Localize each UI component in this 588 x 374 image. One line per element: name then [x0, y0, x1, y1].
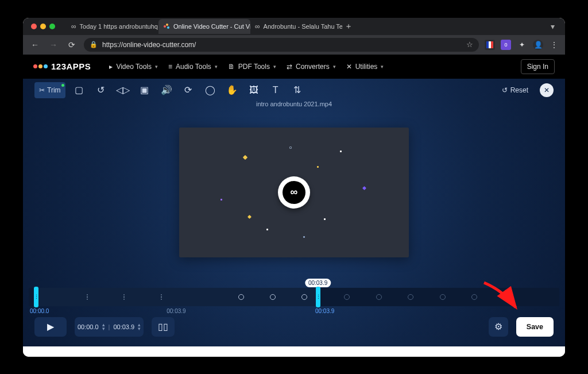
tool-volume[interactable]: 🔊 [158, 82, 175, 98]
browser-tab-1[interactable]: Online Video Cutter - Cut Vid… × [158, 19, 250, 34]
tool-text[interactable]: T [268, 82, 284, 98]
tool-speed[interactable]: ⟳ [180, 82, 196, 98]
extensions-puzzle-icon[interactable]: ✦ [517, 40, 527, 50]
extensions-area: 0 ✦ 👤 ⋮ [485, 40, 559, 50]
frame-thumb [440, 294, 446, 300]
app-brand: 123APPS [51, 61, 91, 71]
video-icon: ▸ [109, 63, 113, 71]
svg-point-0 [164, 25, 166, 28]
play-button[interactable]: ▶ [34, 317, 67, 337]
close-icon: ✕ [544, 86, 550, 94]
scissors-icon: ✂ [39, 86, 45, 94]
app-logo[interactable]: 123APPS [33, 61, 91, 71]
nav-back-button[interactable]: ← [29, 40, 41, 49]
bookmark-star-icon[interactable]: ☆ [466, 40, 473, 49]
svg-rect-4 [489, 41, 491, 48]
audio-icon: ≡ [168, 63, 172, 71]
tool-crop[interactable]: ▢ [71, 82, 87, 98]
tool-trim[interactable]: ✂ Trim [34, 82, 65, 98]
split-button[interactable]: ▯▯ [152, 317, 175, 337]
frame-thumb [504, 294, 509, 300]
flip-icon: ◁▷ [116, 84, 130, 95]
play-icon: ▶ [47, 321, 54, 332]
hand-icon: ✋ [226, 84, 238, 95]
browser-tab-0[interactable]: ∞ Today 1 https androbuntuhq w… × [67, 19, 158, 34]
address-bar[interactable]: 🔒 https://online-video-cutter.com/ ☆ [84, 38, 479, 52]
frame-thumb [270, 294, 276, 300]
video-center-logo: ∞ [278, 176, 310, 209]
convert-icon: ⇄ [287, 63, 292, 71]
in-time: 00:00.0 [78, 323, 99, 330]
out-stepper[interactable]: ▴▾ [138, 323, 141, 331]
speed-icon: ⟳ [184, 84, 192, 95]
menu-video-tools[interactable]: ▸ Video Tools▾ [109, 63, 158, 71]
frame-thumb [408, 294, 413, 300]
window-zoom-button[interactable] [49, 24, 55, 29]
app-header: 123APPS ▸ Video Tools▾ ≡ Audio Tools▾ 🗎 … [23, 55, 565, 79]
infinity-icon: ∞ [71, 22, 76, 30]
url-text: https://online-video-cutter.com/ [102, 41, 196, 49]
frame-thumb [376, 294, 382, 300]
window-close-button[interactable] [31, 24, 37, 29]
extension-badge-icon[interactable]: 0 [501, 40, 511, 50]
frame-marker [161, 294, 162, 299]
nav-reload-button[interactable]: ⟳ [65, 40, 78, 49]
tick-end: 00:03.9 [315, 308, 334, 314]
tool-resize[interactable]: ▣ [137, 82, 153, 98]
lock-icon: 🔒 [90, 41, 98, 48]
video-preview[interactable]: ∞ [179, 128, 409, 257]
browser-menu-icon[interactable]: ⋮ [549, 40, 559, 50]
text-icon: T [273, 85, 278, 95]
image-icon: 🖼 [249, 85, 258, 95]
frame-marker [123, 294, 125, 299]
out-time: 00:03.9 [113, 323, 134, 330]
menu-converters[interactable]: ⇄ Converters▾ [287, 63, 336, 71]
crop-icon: ▢ [75, 84, 83, 95]
tool-rotate[interactable]: ↺ [93, 82, 109, 98]
in-stepper[interactable]: ▴▾ [102, 323, 105, 331]
extension-flag-icon[interactable] [485, 40, 495, 50]
trim-handle-right[interactable] [316, 287, 320, 307]
app-menus: ▸ Video Tools▾ ≡ Audio Tools▾ 🗎 PDF Tool… [109, 63, 384, 71]
tab-overflow-button[interactable]: ▾ [545, 22, 560, 31]
active-indicator-dot [61, 84, 64, 87]
browser-tabs: ∞ Today 1 https androbuntuhq w… × Online… [67, 19, 355, 34]
svg-point-2 [167, 26, 169, 29]
svg-point-1 [166, 24, 168, 26]
bottom-controls: ▶ 00:00.0 ▴▾ | 00:03.9 ▴▾ ▯▯ ⚙ Save [23, 314, 565, 346]
traffic-lights [28, 24, 59, 29]
tool-image[interactable]: 🖼 [246, 82, 262, 98]
trim-handle-left[interactable] [34, 287, 38, 307]
save-button[interactable]: Save [516, 317, 554, 337]
merge-icon: ⇅ [293, 84, 301, 95]
logo-dots-icon [33, 64, 48, 68]
pdf-icon: 🗎 [228, 63, 235, 71]
tool-loop[interactable]: ◯ [202, 82, 218, 98]
timeline: 00:03.9 00:00.0 00:03 [23, 276, 565, 314]
tab-title: Today 1 https androbuntuhq w… [80, 23, 158, 30]
tab-title: Online Video Cutter - Cut Vid… [173, 23, 250, 30]
browser-tab-2[interactable]: ∞ Androbuntu - Selalu Tahu Tek… × [250, 19, 342, 34]
window-minimize-button[interactable] [40, 24, 46, 29]
tool-flip[interactable]: ◁▷ [115, 82, 131, 98]
menu-audio-tools[interactable]: ≡ Audio Tools▾ [168, 63, 218, 71]
selection-range [34, 288, 320, 306]
wrench-icon: ✕ [346, 63, 352, 71]
gear-icon: ⚙ [494, 321, 502, 332]
editor-area: ✂ Trim ▢ ↺ ◁▷ ▣ 🔊 ⟳ ◯ ✋ 🖼 T ⇅ ↺ Reset ✕ [23, 79, 565, 346]
close-editor-button[interactable]: ✕ [540, 83, 554, 97]
profile-avatar-icon[interactable]: 👤 [533, 40, 543, 50]
timeline-track[interactable] [29, 288, 559, 306]
menu-pdf-tools[interactable]: 🗎 PDF Tools▾ [228, 63, 276, 71]
nav-forward-button[interactable]: → [47, 40, 60, 49]
tool-merge[interactable]: ⇅ [289, 82, 305, 98]
timeline-ticks: 00:00.0 00:03.9 00:03.9 [29, 306, 559, 314]
new-tab-button[interactable]: ＋ [342, 20, 355, 33]
settings-button[interactable]: ⚙ [489, 317, 508, 337]
undo-icon: ↺ [502, 86, 508, 94]
tool-stabilize[interactable]: ✋ [224, 82, 240, 98]
reset-button[interactable]: ↺ Reset [502, 86, 528, 94]
sign-in-button[interactable]: Sign In [521, 59, 555, 74]
time-range-box[interactable]: 00:00.0 ▴▾ | 00:03.9 ▴▾ [75, 317, 144, 337]
menu-utilities[interactable]: ✕ Utilities▾ [346, 63, 384, 71]
